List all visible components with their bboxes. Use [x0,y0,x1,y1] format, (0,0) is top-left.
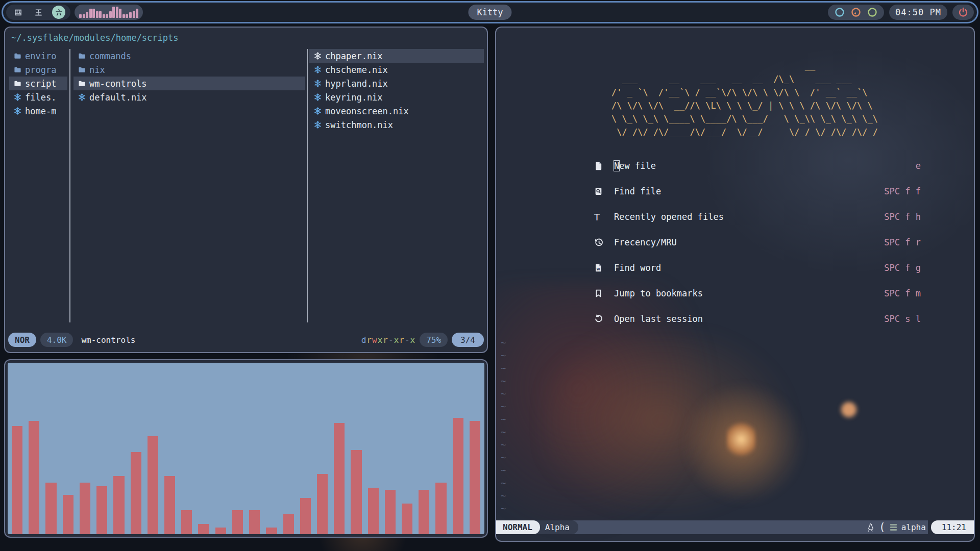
statusline-separator: ( [879,521,886,534]
file-row-progra[interactable]: progra [9,63,67,77]
topbar-histogram-bar [133,11,135,18]
menu-item-frecency[interactable]: Frecency/MRU SPC f r [594,230,921,255]
menu-shortcut: SPC s l [884,314,921,324]
menu-label: Recently opened files [614,212,724,222]
file-row-script[interactable]: script [9,77,67,90]
chart-bar [12,426,22,534]
chart-bar [419,490,429,534]
current-path: ~/.sysflake/modules/home/scripts [11,33,179,43]
file-row-enviro[interactable]: enviro [9,49,67,63]
statusline: NORMAL Alpha ( alpha 11:21 [496,520,974,534]
nix-snowflake-icon [14,93,21,101]
menu-item-bookmarks[interactable]: Jump to bookmarks SPC f m [594,281,921,306]
topbar-histogram-bar [99,11,102,18]
menu-item-find-word[interactable]: w Find word SPC f g [594,255,921,281]
topbar-histogram-bar [122,14,125,18]
menu-item-new-file[interactable]: New file e [594,153,921,179]
filetype-text: alpha [901,522,926,532]
chart-bar [317,474,328,534]
topbar-histogram [79,7,138,18]
file-row-switchmon.nix[interactable]: switchmon.nix [309,118,484,132]
chart-bar [148,436,158,534]
dashboard-ascii-logo: __ ___ __ ___ __ __ /\_\ ___ ___ /' _ `\… [611,59,878,139]
file-row-default.nix[interactable]: default.nix [74,90,305,104]
file-row-keyring.nix[interactable]: keyring.nix [309,90,484,104]
chart-bar [249,510,260,534]
file-name: nix [89,65,105,75]
bookmark-icon [594,289,607,298]
menu-label: Jump to bookmarks [614,288,703,298]
file-row-home-m[interactable]: home-m [9,104,67,118]
system-graph-widget[interactable] [75,5,143,20]
file-row-nix[interactable]: nix [74,63,305,77]
file-row-chscheme.nix[interactable]: chscheme.nix [309,63,484,77]
file-row-commands[interactable]: commands [74,49,305,63]
svg-text:w: w [597,267,600,271]
find-word-icon: w [594,263,607,272]
nix-snowflake-icon [314,107,322,115]
wallpaper-light-orb [841,402,856,417]
chart-bar [131,452,141,534]
nix-snowflake-icon [314,80,322,87]
file-row-wm-controls[interactable]: wm-controls [74,77,305,90]
wallpaper-candle-flame [727,420,755,458]
parent-directory-column: enviroprograscriptfiles.home-m [9,49,67,322]
chart-bar [45,483,56,534]
menu-label: Find file [614,186,661,196]
chart-bar [113,476,124,534]
power-button[interactable] [952,5,974,20]
topbar-histogram-bar [112,7,115,18]
preview-directory-column: chpaper.nixchscheme.nixhyprland.nixkeyri… [309,49,484,322]
terminal-editor-window: __ ___ __ ___ __ __ /\_\ ___ ___ /' _ `\… [495,27,975,542]
folder-icon [78,66,86,73]
ring-indicator-cyan [834,7,845,18]
status-indicators[interactable] [828,5,884,20]
nix-snowflake-icon [314,66,322,73]
statusline-fill: ( alpha [572,520,928,534]
file-row-moveonscreen.nix[interactable]: moveonscreen.nix [309,104,484,118]
chart-bar [181,510,192,534]
mode-badge: NOR [8,333,36,347]
file-name: wm-controls [89,79,147,89]
nix-snowflake-icon [314,121,322,129]
folder-icon [14,66,21,73]
workspace-5-ideograph[interactable] [32,6,45,19]
file-name: chpaper.nix [325,51,383,61]
nix-snowflake-icon [314,93,322,101]
topbar-histogram-bar [126,14,128,18]
menu-shortcut: SPC f g [884,263,921,273]
file-row-hyprland.nix[interactable]: hyprland.nix [309,77,484,90]
chart-bar [300,498,311,534]
file-row-files.[interactable]: files. [9,90,67,104]
scroll-percent-badge: 75% [420,333,448,347]
topbar-histogram-bar [96,11,99,18]
topbar-histogram-bar [86,12,88,18]
menu-shortcut: SPC f h [884,212,921,222]
find-file-icon [594,187,607,196]
history-clock-icon [594,238,607,247]
chart-bar [334,423,345,534]
dashboard-menu: New file e Find file SPC f f T Recently … [594,153,921,332]
workspace-4-ideograph[interactable] [11,6,24,19]
folder-icon [78,80,86,87]
file-row-chpaper.nix[interactable]: chpaper.nix [309,49,484,63]
chart-bar [266,528,277,534]
file-manager-statusbar: NOR 4.0K wm-controls drwxr-xr-x 75% 3/4 [8,332,484,348]
menu-item-recent-files[interactable]: T Recently opened files SPC f h [594,204,921,230]
chart-bar [385,490,396,534]
chart-bar [29,421,39,534]
top-bar: Kitty 04:50 PM [2,1,978,23]
file-name: moveonscreen.nix [325,106,409,116]
folder-icon [78,52,86,60]
topbar-histogram-bar [129,12,132,18]
workspace-6-ideograph-active[interactable] [52,6,65,19]
clock-widget[interactable]: 04:50 PM [889,5,947,20]
topbar-histogram-bar [116,7,118,18]
file-name: switchmon.nix [325,120,393,130]
chart-bar [215,528,226,534]
chart-bar [470,421,480,534]
power-icon [958,7,968,17]
menu-item-last-session[interactable]: Open last session SPC s l [594,306,921,332]
file-size-badge: 4.0K [40,333,74,347]
menu-item-find-file[interactable]: Find file SPC f f [594,179,921,204]
